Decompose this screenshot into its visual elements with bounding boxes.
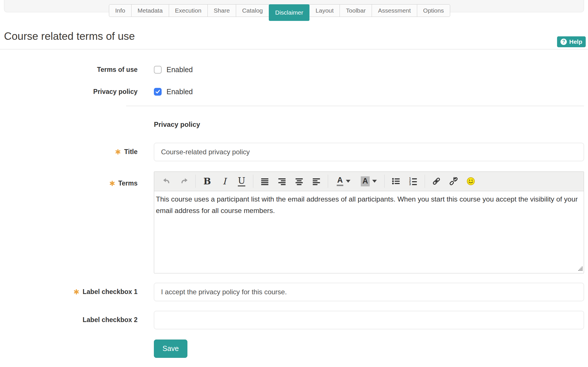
help-label: Help [569, 38, 582, 45]
terms-of-use-checkbox[interactable] [154, 66, 162, 74]
privacy-policy-checkbox-label: Enabled [166, 88, 193, 96]
tab-metadata[interactable]: Metadata [131, 4, 169, 17]
toolbar-separator [253, 175, 253, 188]
tab-execution[interactable]: Execution [169, 4, 208, 17]
terms-editor: B I U [154, 171, 584, 273]
save-button[interactable]: Save [154, 340, 187, 358]
svg-text:3: 3 [409, 183, 411, 186]
label-checkbox-2-row: Label checkbox 2 [0, 311, 588, 329]
privacy-policy-checkbox[interactable] [154, 88, 162, 96]
redo-icon[interactable] [177, 175, 191, 188]
toolbar-separator [195, 175, 196, 188]
label-checkbox-1-label: Label checkbox 1 [0, 288, 138, 296]
title-input[interactable] [154, 143, 584, 161]
undo-icon[interactable] [160, 175, 173, 188]
align-justify-icon[interactable] [258, 175, 271, 188]
terms-editor-content[interactable]: This course uses a participant list with… [154, 191, 584, 273]
label-checkbox-1-row: Label checkbox 1 [0, 283, 588, 301]
tab-disclaimer[interactable]: Disclaimer [269, 4, 309, 21]
label-checkbox-2-input[interactable] [154, 311, 584, 329]
tab-layout[interactable]: Layout [309, 4, 340, 17]
resize-grip-icon[interactable] [578, 267, 583, 272]
toolbar-separator [425, 175, 425, 188]
disclaimer-form: Terms of use Enabled Privacy policy Enab… [0, 66, 588, 358]
privacy-policy-label: Privacy policy [0, 88, 138, 96]
align-right-icon[interactable] [275, 175, 289, 188]
label-checkbox-2-label: Label checkbox 2 [0, 316, 138, 324]
terms-of-use-label: Terms of use [0, 66, 138, 74]
help-icon: ? [560, 39, 567, 45]
privacy-policy-row: Privacy policy Enabled [0, 88, 588, 96]
terms-field-label: Terms [0, 171, 138, 187]
align-left-icon[interactable] [310, 175, 323, 188]
toolbar-separator [384, 175, 385, 188]
align-center-icon[interactable] [293, 175, 306, 188]
tab-catalog[interactable]: Catalog [236, 4, 269, 17]
tab-options[interactable]: Options [417, 4, 450, 17]
help-button[interactable]: ? Help [557, 36, 586, 47]
unlink-icon[interactable] [447, 175, 460, 188]
terms-of-use-row: Terms of use Enabled [0, 66, 588, 74]
required-asterisk-icon [109, 181, 115, 186]
label-checkbox-1-input[interactable] [154, 283, 584, 301]
tab-bar: Info Metadata Execution Share Catalog Di… [109, 4, 450, 21]
smiley-icon[interactable] [464, 175, 477, 188]
toolbar-separator [328, 175, 328, 188]
title-field-row: Title [0, 143, 588, 161]
text-color-icon[interactable]: A [333, 175, 354, 188]
bold-icon[interactable]: B [201, 175, 214, 188]
terms-field-row: Terms B I [0, 171, 588, 273]
highlight-color-icon[interactable]: A [358, 175, 379, 188]
link-icon[interactable] [430, 175, 443, 188]
privacy-policy-section-heading: Privacy policy [154, 121, 584, 129]
tab-share[interactable]: Share [207, 4, 236, 17]
tab-assessment[interactable]: Assessment [372, 4, 417, 17]
numbered-list-icon[interactable]: 123 [407, 175, 420, 188]
bullet-list-icon[interactable] [389, 175, 403, 188]
chevron-down-icon [346, 180, 350, 183]
tab-info[interactable]: Info [109, 4, 132, 17]
terms-of-use-checkbox-label: Enabled [166, 66, 193, 74]
required-asterisk-icon [115, 149, 121, 155]
italic-icon[interactable]: I [218, 175, 231, 188]
editor-toolbar: B I U [154, 172, 584, 191]
tab-toolbar[interactable]: Toolbar [340, 4, 372, 17]
checkmark-icon [155, 89, 160, 94]
underline-icon[interactable]: U [235, 175, 248, 188]
required-asterisk-icon [74, 289, 79, 295]
page-title: Course related terms of use [4, 30, 584, 43]
section-divider [126, 106, 584, 106]
chevron-down-icon [372, 180, 377, 183]
save-row: Save [0, 340, 588, 358]
header-divider [0, 49, 588, 50]
title-field-label: Title [0, 148, 138, 156]
